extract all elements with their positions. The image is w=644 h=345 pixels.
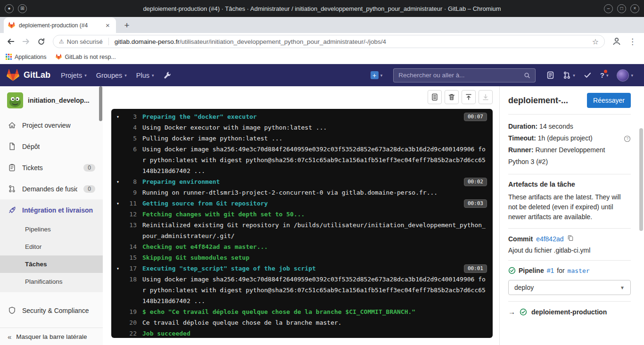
log-line-number[interactable]: 15 (124, 252, 137, 263)
navbar-menu-label: Projets (61, 72, 82, 79)
job-list-item[interactable]: → deploiement-production (508, 308, 631, 316)
circle-grid-icon[interactable]: ⊞ (18, 4, 27, 13)
sidebar-item-d-ploiements[interactable]: Déploiements (0, 321, 103, 328)
page-scrollbar[interactable] (639, 128, 643, 231)
log-line-number[interactable]: 19 (124, 306, 137, 317)
log-line-number[interactable]: 20 (124, 317, 137, 328)
log-line-number[interactable]: 14 (124, 241, 137, 252)
sidebar-item-demandes-de-fusion[interactable]: Demandes de fusion0 (0, 178, 103, 199)
log-line-number[interactable]: 6 (124, 144, 137, 155)
sidebar-item-project-overview[interactable]: Project overview (0, 115, 103, 136)
copy-icon[interactable] (567, 235, 574, 243)
section-duration-badge: 00:07 (464, 113, 487, 121)
log-line-number[interactable]: 9 (124, 187, 137, 198)
plus-icon: + (371, 71, 379, 79)
sidebar-subitem-t-ches[interactable]: Tâches (0, 255, 103, 273)
reload-icon[interactable] (34, 34, 48, 49)
navbar-menu-groupes[interactable]: Groupes▾ (91, 64, 132, 86)
log-line-text: Ce travail déploie quelque chose de la b… (142, 317, 493, 328)
scroll-to-top-button[interactable] (462, 90, 476, 104)
circle-dot-icon[interactable]: ● (5, 4, 14, 13)
sidebar-subitem-planifications[interactable]: Planifications (0, 273, 103, 290)
search-input[interactable] (398, 72, 521, 79)
retry-button[interactable]: Réessayer (587, 93, 631, 108)
log-line-number[interactable]: 5 (124, 133, 137, 144)
navbar-menu-plus[interactable]: Plus▾ (132, 64, 159, 86)
profile-avatar-icon[interactable] (610, 34, 624, 49)
address-bar[interactable]: ⚠ Non sécurisé gitlab.domaine-perso.fr/u… (53, 35, 605, 48)
log-line-number[interactable]: 22 (124, 328, 137, 338)
log-line: ▾17Executing "step_script" stage of the … (111, 263, 493, 274)
sidebar-item-tickets[interactable]: Tickets0 (0, 157, 103, 178)
titlebar-left-icons: ● ⊞ (5, 4, 27, 13)
issues-icon[interactable] (542, 71, 559, 79)
user-menu[interactable]: ▾ (612, 69, 637, 82)
log-line: 20Ce travail déploie quelque chose de la… (111, 317, 493, 328)
sidebar-subitem-pipelines[interactable]: Pipelines (0, 221, 103, 238)
log-line-number[interactable]: 18 (124, 274, 137, 285)
project-context-header[interactable]: initiation_develop... (0, 86, 103, 115)
tab-close-icon[interactable]: × (104, 21, 112, 29)
sidebar-item-label: Tickets (22, 164, 43, 172)
branch-link[interactable]: master (568, 267, 590, 274)
duration-value: 14 seconds (539, 123, 573, 130)
count-badge: 0 (83, 164, 95, 172)
admin-wrench-icon[interactable] (159, 72, 176, 79)
collapse-sidebar-button[interactable]: « Masquer la barre latérale (0, 328, 103, 345)
log-line-number[interactable]: 8 (124, 176, 137, 187)
warning-triangle-icon[interactable]: ⚠ (59, 38, 64, 45)
bookmark-star-icon[interactable]: ☆ (592, 37, 599, 46)
job-title: deploiement-... (508, 96, 568, 106)
log-line-number[interactable]: 13 (124, 220, 137, 230)
new-dropdown-button[interactable]: + ▾ (366, 71, 387, 79)
browser-tab[interactable]: deploiement-production (#4 × (4, 17, 116, 33)
erase-log-button[interactable] (445, 90, 459, 104)
navbar-menu-projets[interactable]: Projets▾ (56, 64, 91, 86)
gl-nav-menus: Projets▾Groupes▾Plus▾ (56, 64, 159, 86)
sidebar-scrollbar[interactable] (99, 86, 102, 121)
todos-icon[interactable] (579, 71, 596, 79)
sidebar-item-security-compliance[interactable]: Security & Compliance (0, 300, 103, 321)
close-icon[interactable]: × (630, 4, 639, 13)
bookmark-applications[interactable]: Applications (6, 54, 46, 60)
sidebar-item-label: Dépôt (22, 143, 40, 150)
gitlab-logo[interactable]: GitLab (7, 69, 50, 82)
log-line-text: Running on runner-dtlsmri3-project-2-con… (142, 187, 493, 198)
timeout-help-icon[interactable]: ? (624, 134, 631, 146)
help-dropdown[interactable]: ? ▾ (596, 71, 613, 79)
show-raw-button[interactable] (428, 90, 442, 104)
log-line: 14Checking out e4f842ad as master... (111, 241, 493, 252)
commit-sha-link[interactable]: e4f842ad (536, 235, 563, 243)
url-text[interactable]: gitlab.domaine-perso.fr/utilisateur/init… (115, 38, 589, 45)
sidebar-item-int-gration-et-livraison[interactable]: Intégration et livraison (0, 199, 103, 221)
log-line-number[interactable]: 3 (124, 111, 137, 122)
log-line: ▾8Preparing environment00:02 (111, 176, 493, 187)
log-line-text: Using Docker executor with image python:… (142, 122, 493, 133)
sidebar-item-label: Demandes de fusion (22, 185, 77, 193)
log-line: 13Reinitialized existing Git repository … (111, 220, 493, 241)
global-search[interactable] (393, 68, 536, 82)
collapse-chevron-icon[interactable]: ▾ (111, 263, 124, 274)
new-tab-button[interactable]: + (120, 19, 133, 32)
bookmark-gitlab[interactable]: GitLab is not resp... (56, 54, 116, 60)
minimize-icon[interactable]: – (604, 4, 613, 13)
back-icon[interactable] (4, 34, 18, 49)
pipeline-id-link[interactable]: #1 (547, 267, 554, 274)
sidebar-subitem-editor[interactable]: Editor (0, 238, 103, 255)
stage-dropdown[interactable]: deploy ▼ (508, 280, 631, 295)
maximize-icon[interactable]: □ (617, 4, 626, 13)
collapse-chevron-icon[interactable]: ▾ (111, 176, 124, 187)
log-line-number[interactable]: 17 (124, 263, 137, 274)
sidebar-item-d-p-t[interactable]: Dépôt (0, 136, 103, 157)
collapse-label: Masquer la barre latérale (16, 333, 87, 340)
collapse-chevron-icon[interactable]: ▾ (111, 198, 124, 209)
log-line-number[interactable]: 11 (124, 198, 137, 209)
log-line-number[interactable]: 4 (124, 122, 137, 133)
log-line-text: Getting source from Git repository (142, 198, 462, 209)
security-label[interactable]: Non sécurisé (67, 38, 103, 45)
log-line-number[interactable]: 12 (124, 209, 137, 220)
collapse-chevron-icon[interactable]: ▾ (111, 111, 124, 122)
merge-requests-dropdown[interactable]: ▾ (559, 71, 579, 79)
help-icon: ? (600, 71, 604, 79)
browser-menu-icon[interactable]: ⋮ (625, 37, 640, 47)
